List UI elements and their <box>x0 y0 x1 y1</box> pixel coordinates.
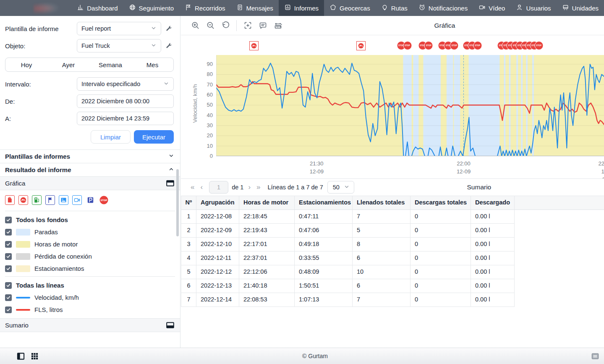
video-icon[interactable] <box>72 195 82 205</box>
table-cell: 0:47:06 <box>295 224 353 237</box>
summary-table: NºAgrupaciónHoras de motorEstacionamient… <box>181 196 604 307</box>
nav-item-unidades[interactable]: Unidades <box>557 0 604 16</box>
report-template-select[interactable]: Fuel report <box>77 22 161 35</box>
table-cell: 0 <box>411 251 471 265</box>
apps-grid-icon[interactable] <box>31 352 39 360</box>
range-week-button[interactable]: Semana <box>89 61 131 68</box>
nav-item-recorridos[interactable]: Recorridos <box>179 0 231 16</box>
object-select[interactable]: Fuel Truck <box>77 39 161 52</box>
nav-item-geocercas[interactable]: Geocercas <box>324 0 376 16</box>
bottom-panel-icon[interactable] <box>591 353 604 359</box>
section-summary[interactable]: Sumario <box>0 318 180 332</box>
nav-item-seguimiento[interactable]: Seguimiento <box>123 0 179 16</box>
checkbox-checked[interactable] <box>5 306 12 313</box>
toggle-sidebar-icon[interactable] <box>17 352 25 360</box>
table-row[interactable]: 22022-12-0922:19:430:47:06500.00 l <box>181 224 515 238</box>
section-report-result[interactable]: Resultado del informe <box>0 163 180 176</box>
logo[interactable] <box>0 0 71 16</box>
stop-event-marker-icon[interactable]: STOP <box>424 41 433 50</box>
table-row[interactable]: 32022-12-1022:17:010:49:18800.00 l <box>181 238 515 251</box>
to-datetime-field[interactable]: 2022 Diciembre 14 23:59 <box>77 112 174 125</box>
chart-plot[interactable] <box>216 55 604 156</box>
range-month-button[interactable]: Mes <box>131 61 173 68</box>
window-dock-icon[interactable] <box>166 180 174 186</box>
execute-button[interactable]: Ejecutar <box>134 130 174 144</box>
table-row[interactable]: 12022-12-0822:18:450:47:11700.00 l <box>181 210 515 224</box>
svg-text:STOP: STOP <box>101 199 107 202</box>
section-chart[interactable]: Gráfica <box>0 176 180 190</box>
checkbox-checked[interactable] <box>5 282 12 289</box>
table-row[interactable]: 52022-12-1222:12:060:48:091000.00 l <box>181 265 515 279</box>
nav-item-mensajes[interactable]: Mensajes <box>231 0 279 16</box>
last-page-button[interactable]: » <box>254 183 263 191</box>
y-axis-label: Velocidad, km/h <box>192 76 198 131</box>
stop-icon[interactable]: STOP <box>99 195 109 205</box>
checkbox-checked[interactable] <box>5 217 12 223</box>
checkbox-checked[interactable] <box>5 294 12 301</box>
prev-page-button[interactable]: ‹ <box>197 183 206 191</box>
range-today-button[interactable]: Hoy <box>5 61 47 68</box>
image-icon[interactable] <box>59 195 68 205</box>
checkbox-checked[interactable] <box>5 241 12 248</box>
marquee-zoom-icon[interactable] <box>240 19 255 32</box>
y-tick-label: 90 <box>199 61 213 67</box>
nav-item-informes[interactable]: Informes <box>279 0 324 16</box>
nav-item-rutas[interactable]: Rutas <box>376 0 413 16</box>
table-row[interactable]: 62022-12-1321:40:181:50:51600.00 l <box>181 279 515 293</box>
column-header[interactable]: Agrupación <box>196 196 239 209</box>
column-header[interactable]: Descargado <box>471 196 515 209</box>
stop-event-marker-icon[interactable]: STOP <box>473 41 482 50</box>
globe-icon <box>129 4 136 12</box>
nav-item-vídeo[interactable]: Vídeo <box>473 0 510 16</box>
jerrycan-icon[interactable] <box>5 195 15 205</box>
table-cell: 7 <box>181 293 196 306</box>
clear-button[interactable]: Limpiar <box>91 130 131 144</box>
table-row[interactable]: 42022-12-1122:37:010:33:55600.00 l <box>181 251 515 265</box>
table-cell: 1:07:13 <box>295 293 353 306</box>
nav-item-notificaciones[interactable]: Notificaciones <box>413 0 473 16</box>
fuel-station-icon[interactable] <box>32 195 42 205</box>
checkbox-checked[interactable] <box>5 229 12 236</box>
interval-select[interactable]: Intervalo especificado <box>77 77 174 91</box>
page-size-select[interactable]: 50 <box>327 181 354 194</box>
stop-event-marker-icon[interactable]: STOP <box>534 41 543 50</box>
stop-event-marker-icon[interactable]: STOP <box>450 41 459 50</box>
object-settings-wrench-icon[interactable] <box>165 42 174 50</box>
template-settings-wrench-icon[interactable] <box>165 25 174 32</box>
chevron-down-icon <box>344 184 350 191</box>
section-report-templates[interactable]: Plantillas de informes <box>0 149 180 163</box>
footer: © Gurtam <box>0 348 604 364</box>
fuel-event-marker-icon[interactable] <box>356 41 366 50</box>
page-number-input[interactable]: 1 <box>209 181 228 194</box>
parking-icon[interactable] <box>86 195 95 205</box>
fuel-event-marker-icon[interactable] <box>249 41 259 50</box>
column-header[interactable]: Nº <box>181 196 196 209</box>
background-layer-row: Horas de motor <box>0 238 180 250</box>
sidebar-scrollbar[interactable] <box>176 169 179 236</box>
zoom-out-icon[interactable] <box>203 19 218 32</box>
tooltip-icon[interactable] <box>255 19 270 32</box>
column-header[interactable]: Estacionamientos <box>295 196 353 209</box>
checkbox-checked[interactable] <box>5 265 12 272</box>
table-cell: 0:49:18 <box>295 238 353 251</box>
stop-event-marker-icon[interactable]: STOP <box>403 41 412 50</box>
chart-area[interactable]: STOPSTOPSTOPSTOPSTOPSTOPSTOPSTOPSTOPSTOP… <box>181 35 604 178</box>
column-header[interactable]: Descargas totales <box>411 196 471 209</box>
column-header[interactable]: Horas de motor <box>239 196 295 209</box>
range-yesterday-button[interactable]: Ayer <box>47 61 89 68</box>
nav-item-dashboard[interactable]: Dashboard <box>71 0 123 16</box>
table-cell: 2022-12-10 <box>196 238 239 251</box>
table-row[interactable]: 72022-12-1422:08:531:07:13700.00 l <box>181 293 515 307</box>
gauge-icon[interactable] <box>18 195 28 205</box>
nav-item-usuarios[interactable]: Usuarios <box>510 0 556 16</box>
next-page-button[interactable]: › <box>245 183 254 191</box>
checkbox-checked[interactable] <box>5 253 12 260</box>
window-dock-icon[interactable] <box>166 322 174 328</box>
reset-zoom-icon[interactable] <box>218 19 233 32</box>
from-datetime-field[interactable]: 2022 Diciembre 08 00:00 <box>77 94 174 108</box>
zoom-in-icon[interactable] <box>188 19 203 32</box>
flag-icon[interactable] <box>45 195 55 205</box>
ruler-icon[interactable] <box>270 19 285 32</box>
first-page-button[interactable]: « <box>188 183 197 191</box>
column-header[interactable]: Llenados totales <box>353 196 411 209</box>
